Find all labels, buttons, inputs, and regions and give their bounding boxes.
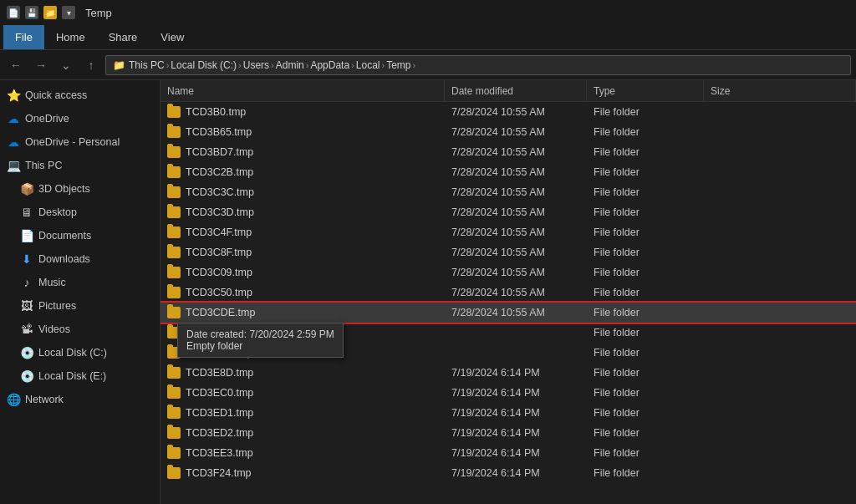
sidebar-label-onedrive: OneDrive xyxy=(25,113,69,125)
row-name-text: TCD3ED2.tmp xyxy=(186,427,253,439)
sidebar-item-onedrive-personal[interactable]: ☁ OneDrive - Personal xyxy=(0,130,160,154)
sidebar-label-desktop: Desktop xyxy=(38,206,77,218)
sidebar-item-this-pc[interactable]: 💻 This PC xyxy=(0,154,160,177)
star-icon: ⭐ xyxy=(7,89,20,102)
sidebar-item-documents[interactable]: 📄 Documents xyxy=(0,224,160,247)
back-button[interactable]: ← xyxy=(5,55,27,75)
sidebar-item-music[interactable]: ♪ Music xyxy=(0,271,160,294)
folder-icon xyxy=(167,227,181,238)
sidebar: ⭐ Quick access ☁ OneDrive ☁ OneDrive - P… xyxy=(0,80,160,504)
row-date: 7/28/2024 10:55 AM xyxy=(445,247,587,258)
table-row[interactable]: TCD3BD7.tmp 7/28/2024 10:55 AM File fold… xyxy=(160,142,856,162)
folder-icon xyxy=(167,267,181,278)
sidebar-label-pictures: Pictures xyxy=(38,300,76,312)
row-name: TCD3C50.tmp xyxy=(160,287,445,298)
sidebar-item-pictures[interactable]: 🖼 Pictures xyxy=(0,294,160,318)
row-type: File folder xyxy=(587,227,704,238)
network-icon: 🌐 xyxy=(7,393,20,406)
table-row-selected[interactable]: TCD3CDE.tmp 7/28/2024 10:55 AM File fold… xyxy=(160,303,856,323)
tooltip-popup: Date created: 7/20/2024 2:59 PM Empty fo… xyxy=(177,323,344,358)
row-name: TCD3E8D.tmp xyxy=(160,367,445,379)
menu-home[interactable]: Home xyxy=(44,25,97,49)
file-list-scroll[interactable]: TCD3B0.tmp 7/28/2024 10:55 AM File folde… xyxy=(160,102,856,504)
sidebar-item-downloads[interactable]: ⬇ Downloads xyxy=(0,247,160,271)
sidebar-item-3d-objects[interactable]: 📦 3D Objects xyxy=(0,177,160,201)
row-type: File folder xyxy=(587,367,704,379)
table-row[interactable]: TCD3C3C.tmp 7/28/2024 10:55 AM File fold… xyxy=(160,182,856,202)
row-name-text: TCD3C2B.tmp xyxy=(186,166,253,178)
col-header-size[interactable]: Size xyxy=(704,80,856,101)
folder-icon xyxy=(167,427,181,439)
row-name-text: TCD3C3D.tmp xyxy=(186,206,254,218)
table-row[interactable]: TCD3EC0.tmp 7/19/2024 6:14 PM File folde… xyxy=(160,383,856,403)
music-icon: ♪ xyxy=(20,276,33,289)
row-name: TCD3EC0.tmp xyxy=(160,387,445,399)
row-name-text: TCD3C50.tmp xyxy=(186,287,252,298)
col-header-type[interactable]: Type xyxy=(587,80,704,101)
table-row[interactable]: TCD3ED2.tmp 7/19/2024 6:14 PM File folde… xyxy=(160,423,856,443)
sidebar-label-downloads: Downloads xyxy=(38,253,90,265)
tooltip-line1: Date created: 7/20/2024 2:59 PM xyxy=(186,328,334,340)
table-row[interactable]: TCD3C2B.tmp 7/28/2024 10:55 AM File fold… xyxy=(160,162,856,182)
forward-button[interactable]: → xyxy=(30,55,52,75)
row-name-text: TCD3C3C.tmp xyxy=(186,186,254,198)
menu-share[interactable]: Share xyxy=(97,25,150,49)
table-row[interactable]: TCD3C8F.tmp 7/28/2024 10:55 AM File fold… xyxy=(160,242,856,262)
row-name-text: TCD3B65.tmp xyxy=(186,126,252,138)
table-row[interactable]: TCD3F24.tmp 7/19/2024 6:14 PM File folde… xyxy=(160,463,856,483)
sidebar-item-quick-access[interactable]: ⭐ Quick access xyxy=(0,84,160,107)
3dobjects-icon: 📦 xyxy=(20,182,33,196)
row-name-text: TCD3EC0.tmp xyxy=(186,387,253,399)
row-type: File folder xyxy=(587,307,704,318)
bc-admin: Admin xyxy=(276,59,304,71)
row-name-text: TCD3F24.tmp xyxy=(186,467,252,479)
row-date: 7/28/2024 10:55 AM xyxy=(445,227,587,238)
table-row[interactable]: TCD3C09.tmp 7/28/2024 10:55 AM File fold… xyxy=(160,262,856,283)
title-bar-icons: 📄 💾 📁 ▾ xyxy=(7,6,75,19)
sidebar-item-videos[interactable]: 📽 Videos xyxy=(0,318,160,341)
menu-view[interactable]: View xyxy=(149,25,196,49)
sidebar-item-desktop[interactable]: 🖥 Desktop xyxy=(0,201,160,224)
sidebar-item-onedrive[interactable]: ☁ OneDrive xyxy=(0,107,160,130)
row-date: 7/28/2024 10:55 AM xyxy=(445,287,587,298)
sidebar-label-documents: Documents xyxy=(38,230,91,242)
up-button[interactable]: ↑ xyxy=(80,55,102,75)
row-name: TCD3ED1.tmp xyxy=(160,407,445,419)
row-date: 7/28/2024 10:55 AM xyxy=(445,166,587,178)
row-name-text: TCD3C4F.tmp xyxy=(186,227,252,238)
table-row[interactable]: TCD3C3D.tmp 7/28/2024 10:55 AM File fold… xyxy=(160,202,856,222)
table-row[interactable]: TCD3EE3.tmp 7/19/2024 6:14 PM File folde… xyxy=(160,443,856,463)
table-row[interactable]: TCD3ED1.tmp 7/19/2024 6:14 PM File folde… xyxy=(160,403,856,423)
row-name: TCD3C3C.tmp xyxy=(160,186,445,198)
tooltip-line2: Empty folder xyxy=(186,340,334,352)
documents-icon: 📄 xyxy=(20,229,33,242)
menu-file[interactable]: File xyxy=(3,25,44,49)
row-type: File folder xyxy=(587,247,704,258)
table-row[interactable]: TCD3C50.tmp 7/28/2024 10:55 AM File fold… xyxy=(160,283,856,303)
folder-icon xyxy=(167,166,181,178)
table-row[interactable]: TCD3C4F.tmp 7/28/2024 10:55 AM File fold… xyxy=(160,222,856,242)
row-date: 7/19/2024 6:14 PM xyxy=(445,427,587,439)
sidebar-label-videos: Videos xyxy=(38,323,70,335)
sidebar-item-local-disk-c[interactable]: 💿 Local Disk (C:) xyxy=(0,341,160,364)
recent-button[interactable]: ⌄ xyxy=(55,55,77,75)
table-row[interactable]: TCD3E8D.tmp 7/19/2024 6:14 PM File folde… xyxy=(160,363,856,383)
row-date: 7/19/2024 6:14 PM xyxy=(445,467,587,479)
computer-icon: 💻 xyxy=(7,159,20,172)
pictures-icon: 🖼 xyxy=(20,299,33,313)
col-header-name[interactable]: Name xyxy=(160,80,445,101)
col-header-date[interactable]: Date modified xyxy=(445,80,587,101)
row-type: File folder xyxy=(587,467,704,479)
sidebar-item-network[interactable]: 🌐 Network xyxy=(0,388,160,411)
sidebar-item-local-disk-e[interactable]: 💿 Local Disk (E:) xyxy=(0,364,160,388)
row-name: TCD3C8F.tmp xyxy=(160,247,445,258)
table-row[interactable]: TCD3B65.tmp 7/28/2024 10:55 AM File fold… xyxy=(160,122,856,142)
row-type: File folder xyxy=(587,166,704,178)
title-bar: 📄 💾 📁 ▾ Temp xyxy=(0,0,856,25)
table-row[interactable]: TCD3DB0.tmp Date created: 7/20/2024 2:59… xyxy=(160,323,856,343)
address-bar-area: ← → ⌄ ↑ 📁 This PC › Local Disk (C:) › Us… xyxy=(0,50,856,80)
address-box[interactable]: 📁 This PC › Local Disk (C:) › Users › Ad… xyxy=(105,55,851,75)
folder-icon xyxy=(167,186,181,198)
row-name: TCD3CDE.tmp xyxy=(160,307,445,318)
table-row[interactable]: TCD3B0.tmp 7/28/2024 10:55 AM File folde… xyxy=(160,102,856,122)
